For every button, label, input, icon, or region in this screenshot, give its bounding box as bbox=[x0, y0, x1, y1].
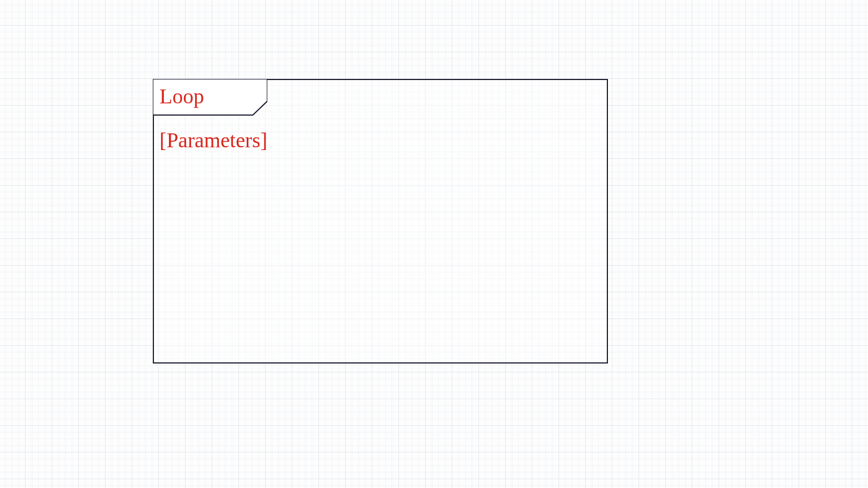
parameters-label: [Parameters] bbox=[159, 128, 267, 152]
operator-label: Loop bbox=[159, 84, 204, 108]
operator-tab[interactable]: Loop bbox=[153, 79, 266, 115]
fragment-frame[interactable]: Loop [Parameters] bbox=[153, 79, 608, 363]
